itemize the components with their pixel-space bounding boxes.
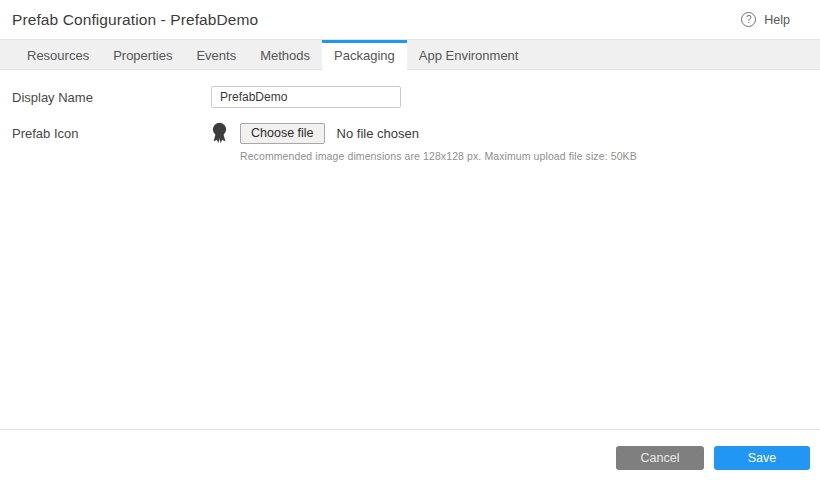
upload-hint-text: Recommended image dimensions are 128x128… [211,150,637,162]
display-name-row: Display Name [12,86,808,108]
packaging-panel: Display Name Prefab Icon Choose file [0,70,820,162]
question-circle-icon: ? [741,12,756,27]
file-status-text: No file chosen [337,126,419,141]
tab-packaging[interactable]: Packaging [322,40,407,70]
save-button[interactable]: Save [714,446,810,470]
prefab-icon-field: Choose file No file chosen Recommended i… [211,122,637,162]
title-bar: Prefab Configuration - PrefabDemo ? Help [0,0,820,40]
tab-label: App Environment [419,48,519,63]
prefab-icon-row: Prefab Icon Choose file No file chosen R… [12,122,808,162]
file-upload-line: Choose file No file chosen [211,122,637,144]
prefab-icon-label: Prefab Icon [12,122,211,141]
choose-file-button[interactable]: Choose file [240,123,325,144]
footer-action-bar: Cancel Save [0,429,820,485]
cancel-button[interactable]: Cancel [616,446,704,470]
tab-properties[interactable]: Properties [101,40,184,70]
tab-app-environment[interactable]: App Environment [407,40,531,70]
tab-label: Events [196,48,236,63]
tab-methods[interactable]: Methods [248,40,322,70]
award-ribbon-icon [211,122,228,144]
tab-bar: Resources Properties Events Methods Pack… [0,40,820,70]
tab-resources[interactable]: Resources [15,40,101,70]
tab-label: Properties [113,48,172,63]
help-label: Help [764,13,790,27]
page-title: Prefab Configuration - PrefabDemo [12,11,258,29]
tab-label: Resources [27,48,89,63]
help-link[interactable]: ? Help [741,12,790,27]
tab-label: Packaging [334,48,395,63]
display-name-input[interactable] [211,86,401,108]
display-name-label: Display Name [12,86,211,105]
tab-label: Methods [260,48,310,63]
display-name-field [211,86,401,108]
prefab-configuration-dialog: Prefab Configuration - PrefabDemo ? Help… [0,0,820,485]
tab-events[interactable]: Events [184,40,248,70]
